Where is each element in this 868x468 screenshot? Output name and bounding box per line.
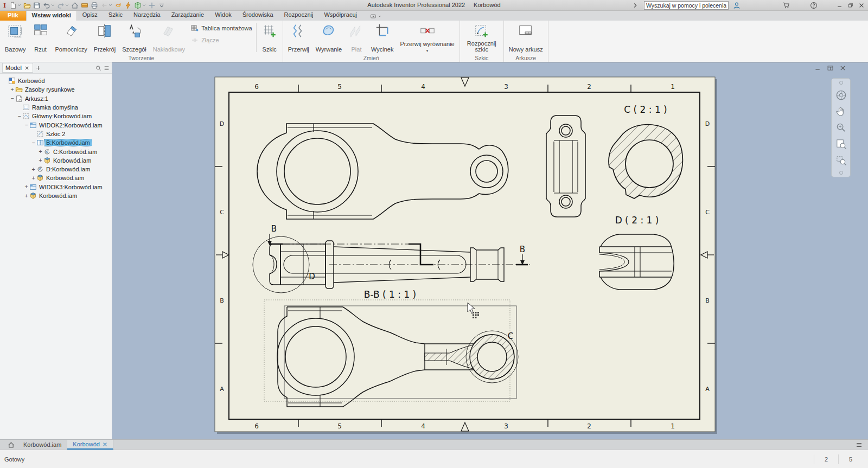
- restore-button[interactable]: [847, 2, 854, 9]
- qat-material-swatch-icon[interactable]: [81, 2, 88, 9]
- tree-item[interactable]: −B:Korbowód.iam: [0, 138, 112, 147]
- browser-search-icon[interactable]: [95, 65, 101, 71]
- ribbon-collapse-icon[interactable]: [370, 13, 382, 21]
- ribbon-button-rozpocznij-szkic[interactable]: Rozpocznij szkic: [462, 21, 502, 54]
- tree-item[interactable]: Korbowód: [0, 76, 112, 85]
- ribbon-tab-rozpocznij[interactable]: Rozpocznij: [279, 10, 319, 20]
- ribbon-button-złącze[interactable]: Złącze: [190, 36, 252, 44]
- ribbon-button-rzut[interactable]: Rzut: [29, 21, 52, 54]
- ribbon-button-przerwij[interactable]: Przerwij: [285, 21, 312, 54]
- doc-tab-korbowód[interactable]: Korbowód: [67, 440, 113, 450]
- tree-expander-icon[interactable]: +: [30, 166, 36, 172]
- search-input[interactable]: [644, 1, 729, 10]
- qat-open-folder-icon[interactable]: [23, 2, 31, 9]
- tree-item[interactable]: +D:Korbowód.iam: [0, 165, 112, 174]
- graphics-canvas[interactable]: 654321 654321 DCBA DCBA: [112, 62, 868, 439]
- app-store-cart-icon[interactable]: [782, 2, 790, 9]
- tree-expander-icon[interactable]: +: [37, 149, 43, 155]
- tree-item[interactable]: Ramka domyślna: [0, 103, 112, 112]
- doc-close-icon[interactable]: [839, 65, 846, 72]
- qat-undo-icon[interactable]: [43, 2, 55, 9]
- ribbon-tab-wsp-pracuj[interactable]: Współpracuj: [318, 10, 362, 20]
- tree-expander-icon[interactable]: −: [23, 122, 29, 128]
- tree-item[interactable]: +C:Korbowód.iam: [0, 147, 112, 156]
- tree-expander-icon[interactable]: −: [9, 95, 15, 101]
- ribbon-button-bazowy[interactable]: Bazowy: [2, 21, 29, 54]
- tree-expander-icon[interactable]: +: [23, 193, 29, 199]
- ribbon-button-przerwij-wyrównanie[interactable]: Przerwij wyrównanie▾: [397, 21, 457, 54]
- navbar-handle-top[interactable]: [839, 81, 843, 85]
- doc-minimize-icon[interactable]: [814, 65, 821, 72]
- svg-text:6: 6: [254, 83, 259, 91]
- tree-expander-icon[interactable]: +: [23, 184, 29, 190]
- tree-expander-icon[interactable]: +: [9, 87, 15, 93]
- tree-expander-icon[interactable]: +: [30, 175, 36, 181]
- qat-redo-icon[interactable]: [57, 2, 69, 9]
- tree-item[interactable]: −WIDOK2:Korbowód.iam: [0, 120, 112, 129]
- navbar-handle-bottom[interactable]: [839, 171, 843, 175]
- tree-expander-icon[interactable]: −: [30, 140, 36, 146]
- sign-in-person-icon[interactable]: [733, 2, 741, 9]
- ribbon-tab-widok[interactable]: Widok: [209, 10, 237, 20]
- ribbon-tab-narz-dzia[interactable]: Narzędzia: [128, 10, 166, 20]
- tree-item[interactable]: +Korbowód.iam: [0, 174, 112, 182]
- qat-print-icon[interactable]: [91, 2, 98, 9]
- ribbon-button-wyrwanie[interactable]: Wyrwanie: [312, 21, 345, 54]
- ribbon-button-szczegół[interactable]: Szczegół: [119, 21, 150, 54]
- tree-item[interactable]: −Główny:Korbowód.iam: [0, 112, 112, 120]
- qat-back-arrow-icon[interactable]: [100, 2, 112, 9]
- ribbon-button-tablica-montażowa[interactable]: Tablica montażowa: [190, 24, 252, 33]
- qat-refresh-icon[interactable]: [114, 2, 122, 9]
- doc-tab-korbowód.iam[interactable]: Korbowód.iam: [18, 440, 67, 450]
- tree-item[interactable]: +WIDOK3:Korbowód.iam: [0, 183, 112, 191]
- browser-tab-close-icon[interactable]: [24, 65, 30, 71]
- qat-new-file-icon[interactable]: [9, 2, 21, 9]
- assembly-icon: [36, 174, 44, 182]
- search-expand-icon[interactable]: [631, 2, 640, 9]
- qat-save-icon[interactable]: [33, 2, 41, 9]
- ribbon-tab-wstaw-widoki[interactable]: Wstaw widoki: [26, 10, 77, 21]
- nav-zoom-icon[interactable]: [835, 122, 847, 133]
- nav-zoom-all-icon[interactable]: [835, 138, 847, 150]
- doc-tab-close-icon[interactable]: [103, 442, 107, 447]
- nav-pan-hand-icon[interactable]: [835, 106, 847, 117]
- browser-tab-model[interactable]: Model: [2, 63, 33, 73]
- ribbon-button-przekrój[interactable]: Przekrój: [91, 21, 119, 54]
- tree-expander-icon[interactable]: −: [16, 113, 22, 119]
- ribbon-tab--rodowiska[interactable]: Środowiska: [237, 10, 279, 20]
- tree-item[interactable]: −Arkusz:1: [0, 94, 112, 103]
- doc-restore-icon[interactable]: [827, 65, 834, 72]
- tab-bar-menu-icon[interactable]: [850, 440, 868, 450]
- ribbon-tab-zarz-dzanie[interactable]: Zarządzanie: [166, 10, 210, 20]
- browser-menu-icon[interactable]: [104, 65, 110, 71]
- ribbon-button-szkic[interactable]: Szkic: [258, 21, 281, 54]
- qat-home-icon[interactable]: [71, 2, 79, 9]
- ribbon-button-płat[interactable]: Płat: [345, 21, 368, 54]
- home-tab-icon[interactable]: [4, 440, 18, 450]
- ribbon-button-nakładkowy[interactable]: Nakładkowy: [150, 21, 188, 54]
- tree-item[interactable]: Szkic 2: [0, 130, 112, 138]
- nav-zoom-window-icon[interactable]: [835, 155, 847, 166]
- tree-item[interactable]: +Korbowód.iam: [0, 191, 112, 200]
- file-tab[interactable]: Plik: [0, 11, 26, 21]
- help-icon[interactable]: [810, 2, 818, 9]
- ribbon-tab-szkic[interactable]: Szkic: [103, 10, 128, 20]
- browser-add-tab-icon[interactable]: [35, 65, 41, 71]
- ribbon-button-wycinek[interactable]: Wycinek: [368, 21, 397, 54]
- ribbon-button-pomocniczy[interactable]: Pomocniczy: [52, 21, 91, 54]
- qat-plus-icon[interactable]: [148, 2, 156, 9]
- ribbon-tab-opisz[interactable]: Opisz: [77, 10, 103, 20]
- svg-text:1: 1: [671, 422, 675, 430]
- tree-item[interactable]: +Zasoby rysunkowe: [0, 85, 112, 94]
- qat-overflow-caret-icon[interactable]: [158, 2, 165, 9]
- nav-navigation-wheel-icon[interactable]: [835, 89, 847, 101]
- qat-bolt-icon[interactable]: [124, 2, 132, 9]
- tree-item[interactable]: +Korbowód.iam: [0, 156, 112, 165]
- app-logo-icon[interactable]: I: [3, 1, 6, 10]
- qat-component-icon[interactable]: [134, 2, 146, 9]
- tree-expander-icon[interactable]: +: [37, 157, 43, 163]
- minimize-button[interactable]: [837, 2, 843, 9]
- ribbon-button-nowy-arkusz[interactable]: Nowy arkusz: [506, 21, 546, 54]
- close-button[interactable]: [858, 2, 865, 9]
- overlay-view-icon: [161, 23, 177, 39]
